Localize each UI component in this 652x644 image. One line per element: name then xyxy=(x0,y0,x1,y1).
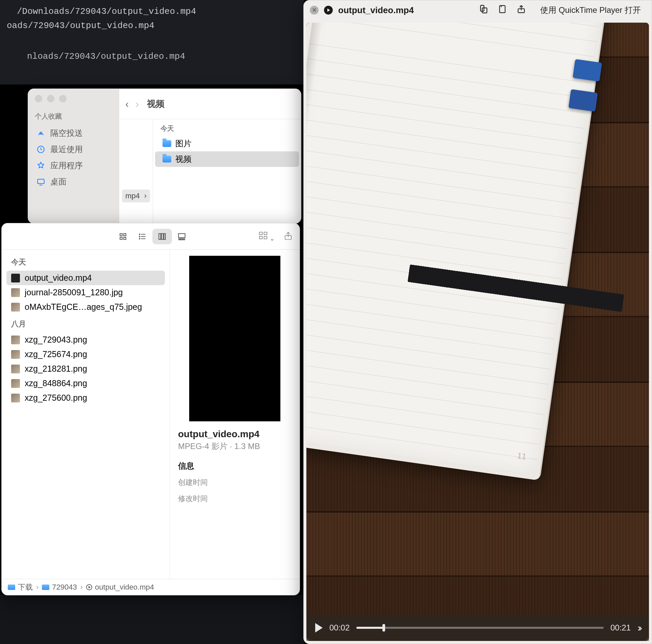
folder-row-pictures[interactable]: 图片 xyxy=(155,136,299,151)
svg-rect-18 xyxy=(181,239,182,240)
file-row[interactable]: xzg_218281.png xyxy=(6,362,165,376)
path-label: output_video.mp4 xyxy=(95,583,154,592)
file-name: xzg_218281.png xyxy=(25,364,87,374)
image-file-icon xyxy=(11,379,20,388)
window-title: 视频 xyxy=(147,98,165,110)
path-segment[interactable]: output_video.mp4 xyxy=(86,583,154,592)
preview-info-row: 修改时间 xyxy=(178,494,292,504)
share-icon[interactable] xyxy=(517,4,526,16)
window-traffic-lights[interactable] xyxy=(35,95,112,102)
desktop-icon xyxy=(36,177,46,187)
sidebar-item-applications[interactable]: 应用程序 xyxy=(35,157,112,174)
terminal-empty-area xyxy=(0,595,304,644)
svg-rect-4 xyxy=(124,233,126,236)
rotate-icon[interactable] xyxy=(478,4,488,17)
terminal-window: /Downloads/729043/output_video.mp4 oads/… xyxy=(0,0,304,84)
nav-forward-icon[interactable]: › xyxy=(135,98,139,110)
sidebar-item-desktop[interactable]: 桌面 xyxy=(35,174,112,190)
traffic-minimize[interactable] xyxy=(47,95,54,102)
file-row[interactable]: xzg_275600.png xyxy=(6,391,165,405)
traffic-zoom[interactable] xyxy=(59,95,67,102)
file-row[interactable]: output_video.mp4 xyxy=(6,271,165,285)
finder-column-files[interactable]: 今天output_video.mp4journal-2850091_1280.j… xyxy=(2,250,170,579)
finder-sidebar: 个人收藏 隔空投送 最近使用 应用程序 桌面 xyxy=(28,89,119,223)
play-icon[interactable] xyxy=(315,623,323,633)
view-icon-list[interactable] xyxy=(133,229,152,244)
svg-rect-15 xyxy=(164,233,165,239)
file-row[interactable]: xzg_725674.png xyxy=(6,347,165,362)
file-name: journal-2850091_1280.jpg xyxy=(25,288,123,297)
finder-main-pane: ‹ › 视频 mp4 › 今天 图片 视频 xyxy=(119,89,301,223)
chevron-right-icon: › xyxy=(144,192,147,200)
sidebar-item-label: 最近使用 xyxy=(50,144,83,155)
finder-window-foreground[interactable]: ⌄ 今天output_video.mp4journal-2850091_1280… xyxy=(1,223,300,595)
finder-toolbar: ⌄ xyxy=(2,223,300,250)
view-icon-grid[interactable] xyxy=(113,229,133,244)
sidebar-section-header: 个人收藏 xyxy=(35,112,112,121)
svg-point-12 xyxy=(139,238,140,239)
file-name: output_video.mp4 xyxy=(25,273,92,283)
close-icon[interactable]: ✕ xyxy=(310,6,319,15)
preview-subtitle: MPEG-4 影片 · 1.3 MB xyxy=(178,441,292,452)
svg-rect-22 xyxy=(259,237,262,239)
preview-thumbnail[interactable] xyxy=(189,256,280,421)
image-file-icon xyxy=(11,365,20,373)
terminal-line: nloads/729043/output_video.mp4 xyxy=(27,50,297,64)
time-total: 00:21 xyxy=(610,623,631,633)
preview-info-row: 创建时间 xyxy=(178,477,292,488)
finder-window-background[interactable]: 个人收藏 隔空投送 最近使用 应用程序 桌面 xyxy=(28,89,301,224)
traffic-close[interactable] xyxy=(35,95,42,102)
svg-rect-17 xyxy=(179,239,180,240)
file-row[interactable]: xzg_729043.png xyxy=(6,332,165,347)
quicklook-titlebar: ✕ output_video.mp4 使用 QuickTime Player 打… xyxy=(304,0,652,20)
sidebar-item-recents[interactable]: 最近使用 xyxy=(35,141,112,157)
path-segment[interactable]: 下载 xyxy=(8,582,33,592)
chevron-right-icon: › xyxy=(80,583,83,592)
view-icon-gallery[interactable] xyxy=(172,229,192,244)
notebook-page-number: 11 xyxy=(517,451,527,461)
column-right[interactable]: 今天 图片 视频 xyxy=(153,119,301,223)
path-segment[interactable]: 729043 xyxy=(42,583,77,592)
finder-toolbar: ‹ › 视频 xyxy=(119,89,301,119)
group-by-icon[interactable]: ⌄ xyxy=(258,230,275,242)
svg-rect-5 xyxy=(120,237,122,240)
quicklook-window[interactable]: ✕ output_video.mp4 使用 QuickTime Player 打… xyxy=(303,0,652,644)
preview-title: output_video.mp4 xyxy=(178,429,292,440)
path-label: 729043 xyxy=(52,583,77,592)
folder-icon xyxy=(162,140,171,147)
svg-rect-2 xyxy=(37,179,44,183)
seek-track[interactable] xyxy=(356,627,604,629)
column-left[interactable]: mp4 › xyxy=(119,119,153,223)
sidebar-item-label: 隔空投送 xyxy=(50,128,83,139)
nav-arrows: ‹ › xyxy=(125,98,139,110)
svg-rect-13 xyxy=(159,233,160,239)
terminal-line: /Downloads/729043/output_video.mp4 xyxy=(17,5,297,19)
seek-knob[interactable] xyxy=(382,624,385,631)
markup-icon[interactable] xyxy=(498,4,507,16)
finder-path-bar[interactable]: 下载 › 729043 › output_video.mp4 xyxy=(2,579,300,595)
share-icon[interactable] xyxy=(283,231,293,242)
svg-rect-6 xyxy=(124,237,126,240)
applications-icon xyxy=(36,161,46,170)
sidebar-item-airdrop[interactable]: 隔空投送 xyxy=(35,125,112,141)
airdrop-icon xyxy=(36,128,46,138)
file-row[interactable]: oMAxbTEgCE…ages_q75.jpeg xyxy=(6,300,165,314)
quicklook-video-body[interactable]: 11 00:02 00:21 ›› xyxy=(306,23,649,641)
chevron-right-icon: › xyxy=(36,583,39,592)
fast-forward-icon[interactable]: ›› xyxy=(637,622,640,634)
seek-progress xyxy=(356,627,384,629)
open-with-button[interactable]: 使用 QuickTime Player 打开 xyxy=(535,3,646,18)
image-file-icon xyxy=(11,394,20,402)
folder-icon xyxy=(162,156,171,163)
folder-row-videos[interactable]: 视频 xyxy=(155,151,299,167)
svg-rect-21 xyxy=(264,232,267,235)
svg-rect-19 xyxy=(183,239,184,240)
time-current: 00:02 xyxy=(329,623,350,633)
column-item-truncated[interactable]: mp4 › xyxy=(122,190,150,202)
file-row[interactable]: journal-2850091_1280.jpg xyxy=(6,285,165,300)
group-header: 今天 xyxy=(2,252,170,271)
file-row[interactable]: xzg_848864.png xyxy=(6,376,165,391)
nav-back-icon[interactable]: ‹ xyxy=(125,98,129,110)
movie-file-icon xyxy=(11,274,20,282)
view-icon-columns[interactable] xyxy=(152,229,172,244)
